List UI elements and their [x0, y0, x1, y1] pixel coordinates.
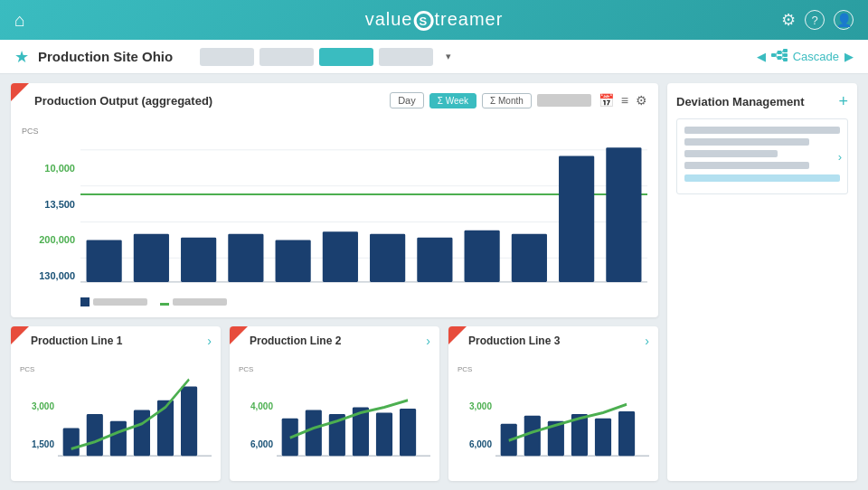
legend-color-bars: [80, 297, 90, 306]
line3-chart-area: PCS 3,000 6,000: [458, 352, 649, 463]
svg-rect-26: [465, 231, 500, 282]
home-icon[interactable]: ⌂: [14, 10, 25, 31]
user-icon[interactable]: 👤: [834, 10, 854, 30]
svg-rect-1: [777, 51, 781, 54]
breadcrumb-left: ★ Production Site Ohio ▾: [14, 47, 451, 67]
line1-y-labels: PCS 3,000 1,500: [20, 352, 58, 463]
line2-title: Production Line 2: [239, 335, 341, 347]
chart-legend: [22, 297, 647, 306]
line2-y-top: 4,000: [250, 401, 273, 411]
header-icons: ⚙ ? 👤: [781, 10, 854, 30]
breadcrumb-bar: ★ Production Site Ohio ▾ ◀: [0, 40, 868, 74]
y-label-0: 10,000: [44, 163, 75, 174]
small-cards-row: Production Line 1 › PCS 3,000 1,500: [11, 326, 658, 481]
line1-title: Production Line 1: [20, 335, 122, 347]
line2-y-labels: PCS 4,000 6,000: [239, 352, 277, 463]
deviation-header: Deviation Management +: [676, 92, 848, 111]
svg-line-8: [781, 51, 783, 52]
favorite-icon[interactable]: ★: [14, 47, 29, 67]
month-button[interactable]: Σ Month: [482, 93, 532, 108]
chart-card-header: Production Output (aggregated) Day Σ Wee…: [22, 92, 647, 108]
legend-item-2: [160, 298, 227, 306]
svg-rect-0: [771, 53, 776, 57]
line1-y-bottom: 1,500: [32, 439, 54, 449]
dev-placeholder-1d: [684, 162, 809, 169]
breadcrumb-tab-1[interactable]: [200, 48, 254, 66]
y-label-1: 13,500: [44, 199, 75, 210]
line2-expand-icon[interactable]: ›: [426, 334, 430, 348]
red-corner-decoration: [11, 83, 29, 101]
svg-rect-21: [228, 234, 263, 282]
main-chart-title: Production Output (aggregated): [22, 94, 212, 108]
line2-y-bottom: 6,000: [250, 439, 273, 449]
help-icon[interactable]: ?: [805, 10, 825, 30]
line3-header: Production Line 3 ›: [458, 334, 649, 348]
svg-rect-33: [110, 421, 127, 456]
y-label-2: 200,000: [39, 234, 75, 245]
line1-svg: [58, 352, 212, 463]
svg-line-7: [776, 55, 778, 58]
date-range-placeholder: [537, 94, 591, 107]
production-line-2-card: Production Line 2 › PCS 4,000 6,000: [230, 326, 439, 481]
svg-rect-5: [783, 58, 788, 61]
day-button[interactable]: Day: [390, 92, 424, 108]
settings-sliders-icon[interactable]: ⚙: [636, 93, 647, 108]
main-chart-svg: [80, 114, 647, 294]
svg-rect-31: [63, 429, 80, 457]
line2-chart: [277, 352, 430, 463]
svg-rect-32: [87, 414, 103, 456]
breadcrumb-tab-4[interactable]: [379, 48, 433, 66]
cascade-icon: [771, 49, 788, 65]
week-button[interactable]: Σ Week: [429, 93, 476, 108]
breadcrumb-dropdown[interactable]: ▾: [446, 48, 451, 66]
main-chart-area: PCS 10,000 13,500 200,000 130,000: [22, 114, 647, 294]
red-corner-2: [230, 326, 248, 344]
line1-header: Production Line 1 ›: [20, 334, 212, 348]
legend-label-1: [93, 298, 147, 306]
chart-controls: Day Σ Week Σ Month 📅 ≡ ⚙: [390, 92, 647, 108]
y-label-3: 130,000: [39, 270, 75, 281]
line1-chart-area: PCS 3,000 1,500: [20, 352, 212, 463]
cascade-right-arrow[interactable]: ▶: [844, 50, 854, 63]
main-content: Production Output (aggregated) Day Σ Wee…: [0, 74, 868, 490]
svg-rect-49: [595, 419, 611, 456]
gear-icon[interactable]: ⚙: [781, 10, 796, 30]
line1-expand-icon[interactable]: ›: [207, 334, 212, 348]
cascade-left-arrow[interactable]: ◀: [757, 50, 766, 63]
deviation-panel: Deviation Management + ›: [667, 83, 857, 481]
cascade-label[interactable]: Cascade: [793, 50, 839, 63]
legend-label-2: [173, 298, 227, 306]
svg-rect-36: [181, 387, 197, 457]
app-header: ⌂ valueStreamer ⚙ ? 👤: [0, 0, 868, 40]
breadcrumb-tab-2[interactable]: [259, 48, 314, 66]
svg-rect-34: [134, 410, 150, 457]
svg-rect-19: [134, 234, 169, 282]
svg-rect-43: [400, 409, 416, 456]
main-chart-y-labels: PCS 10,000 13,500 200,000 130,000: [22, 114, 80, 294]
deviation-item-1[interactable]: ›: [676, 118, 848, 194]
red-corner-1: [11, 326, 29, 344]
line3-expand-icon[interactable]: ›: [645, 334, 649, 348]
production-line-3-card: Production Line 3 › PCS 3,000 6,000: [448, 326, 658, 481]
breadcrumb-right: ◀ Cascade ▶: [757, 49, 854, 65]
svg-rect-50: [618, 411, 635, 456]
line2-header: Production Line 2 ›: [239, 334, 430, 348]
svg-line-9: [781, 52, 783, 55]
svg-rect-2: [777, 56, 781, 60]
deviation-expand-1[interactable]: ›: [838, 150, 842, 164]
filter-icon[interactable]: ≡: [621, 93, 628, 108]
line3-y-top: 3,000: [469, 401, 492, 411]
svg-rect-23: [323, 231, 358, 282]
calendar-icon[interactable]: 📅: [599, 93, 614, 108]
svg-rect-25: [417, 238, 452, 282]
app-logo: valueStreamer: [365, 9, 504, 32]
breadcrumb-tabs: ▾: [200, 48, 451, 66]
add-deviation-icon[interactable]: +: [838, 92, 848, 111]
svg-line-10: [781, 55, 783, 58]
line3-svg: [495, 352, 649, 463]
svg-rect-22: [276, 240, 311, 281]
legend-item-1: [80, 297, 147, 306]
svg-rect-28: [559, 155, 594, 281]
line1-chart: [58, 352, 212, 463]
breadcrumb-tab-3[interactable]: [319, 48, 373, 66]
